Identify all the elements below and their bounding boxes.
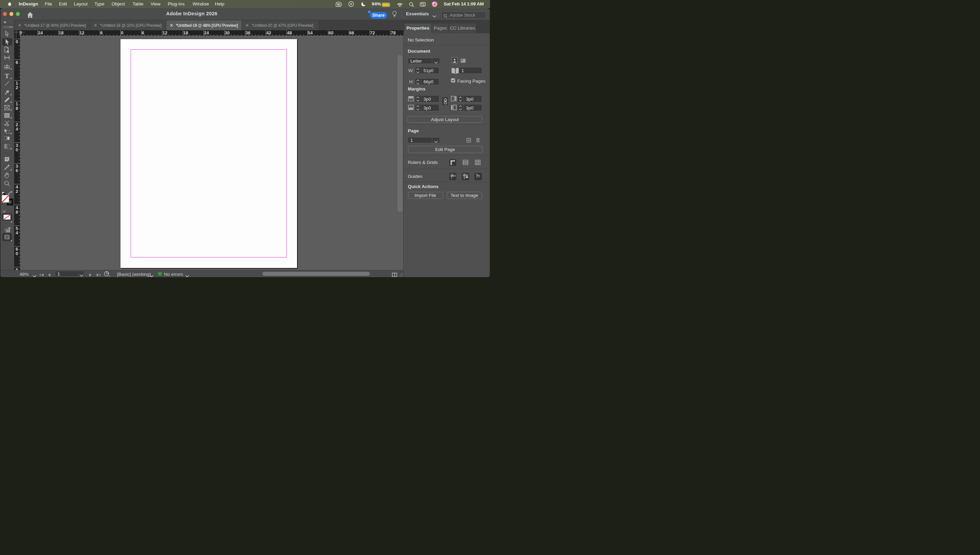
svg-text:T: T <box>5 73 9 79</box>
